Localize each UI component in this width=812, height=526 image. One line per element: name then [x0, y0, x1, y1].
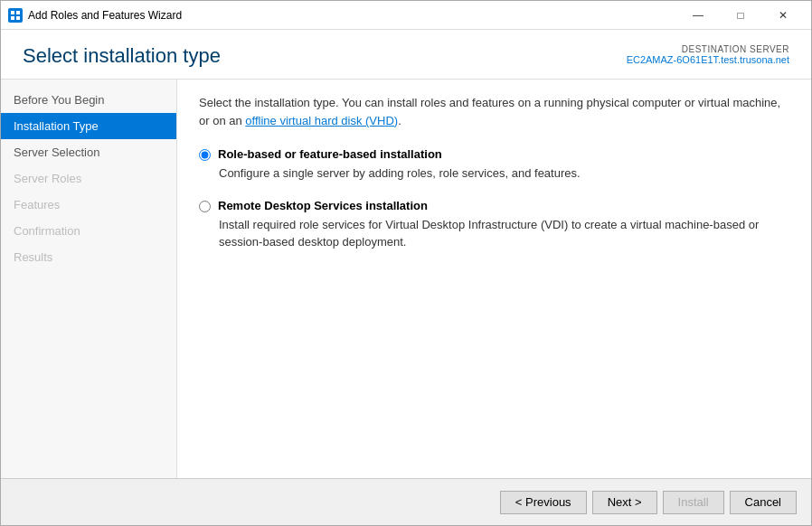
option-role-based: Role-based or feature-based installation… — [199, 147, 789, 183]
svg-rect-0 — [11, 11, 14, 14]
option-remote-desktop: Remote Desktop Services installation Ins… — [199, 199, 789, 251]
sidebar-item-confirmation: Confirmation — [1, 218, 176, 244]
svg-rect-1 — [16, 11, 20, 14]
minimize-button[interactable]: — — [677, 1, 719, 30]
option-remote-desktop-desc: Install required role services for Virtu… — [219, 216, 789, 251]
maximize-button[interactable]: □ — [720, 1, 761, 30]
offline-vhd-link: offline virtual hard disk (VHD) — [245, 114, 398, 127]
content-area: Select the installation type. You can in… — [177, 80, 811, 478]
app-icon — [8, 8, 23, 23]
sidebar-item-features: Features — [1, 192, 176, 218]
option-role-based-title[interactable]: Role-based or feature-based installation — [218, 147, 442, 161]
svg-rect-3 — [16, 16, 20, 20]
option-role-based-desc: Configure a single server by adding role… — [219, 164, 789, 183]
option-role-based-label: Role-based or feature-based installation — [199, 147, 789, 161]
radio-role-based[interactable] — [199, 149, 211, 161]
sidebar-item-before-you-begin[interactable]: Before You Begin — [1, 87, 176, 113]
option-remote-desktop-title[interactable]: Remote Desktop Services installation — [218, 199, 428, 212]
sidebar-item-server-selection[interactable]: Server Selection — [1, 139, 176, 165]
main-content: Before You BeginInstallation TypeServer … — [1, 80, 811, 478]
close-button[interactable]: ✕ — [762, 1, 804, 30]
wizard-window: Add Roles and Features Wizard — □ ✕ Sele… — [0, 0, 812, 526]
install-button[interactable]: Install — [663, 491, 724, 514]
title-bar: Add Roles and Features Wizard — □ ✕ — [1, 1, 811, 30]
radio-remote-desktop[interactable] — [199, 201, 211, 212]
option-remote-desktop-label: Remote Desktop Services installation — [199, 199, 789, 212]
window-controls: — □ ✕ — [677, 1, 804, 30]
previous-button[interactable]: < Previous — [500, 491, 587, 514]
window-title: Add Roles and Features Wizard — [28, 9, 677, 22]
destination-name: EC2AMAZ-6O61E1T.test.trusona.net — [627, 54, 789, 65]
page-header: Select installation type DESTINATION SER… — [1, 30, 811, 80]
wizard-footer: < Previous Next > Install Cancel — [1, 478, 811, 525]
destination-server-info: DESTINATION SERVER EC2AMAZ-6O61E1T.test.… — [627, 44, 789, 65]
cancel-button[interactable]: Cancel — [730, 491, 797, 514]
sidebar-item-results: Results — [1, 244, 176, 270]
next-button[interactable]: Next > — [592, 491, 657, 514]
sidebar: Before You BeginInstallation TypeServer … — [1, 80, 177, 478]
page-title: Select installation type — [23, 44, 221, 68]
description-text: Select the installation type. You can in… — [199, 94, 789, 129]
sidebar-item-installation-type[interactable]: Installation Type — [1, 113, 176, 139]
destination-label: DESTINATION SERVER — [627, 44, 789, 54]
svg-rect-2 — [11, 16, 14, 20]
sidebar-item-server-roles: Server Roles — [1, 165, 176, 192]
